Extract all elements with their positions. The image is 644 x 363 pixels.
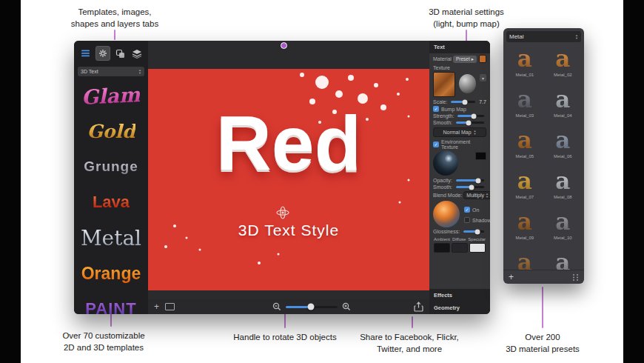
ambient-swatch[interactable] (434, 243, 450, 253)
material-preset-button[interactable]: Preset ▸ (453, 56, 477, 63)
glossiness-slider[interactable] (463, 230, 484, 233)
template-item-metal[interactable]: Metal (81, 220, 141, 256)
material-color-swatch[interactable] (479, 55, 486, 63)
blend-mode-row: Blend Mode: Multiply ▲▼ (429, 190, 490, 199)
opacity-slider[interactable] (456, 179, 484, 182)
zoom-in-icon[interactable] (342, 302, 351, 311)
gear-icon[interactable] (95, 46, 110, 61)
normal-map-dropdown[interactable]: Normal Map ▲▼ (433, 127, 486, 137)
normal-map-value: Normal Map (443, 130, 471, 135)
texture-label: Texture (429, 63, 490, 71)
environment-preview-row (429, 150, 490, 176)
template-item-lava[interactable]: Lava (93, 184, 130, 220)
template-item-glam[interactable]: Glam (81, 78, 140, 113)
preset-thumbnail: a (555, 247, 570, 270)
sidebar-toolbar (74, 41, 148, 64)
callout-line-presets-count (542, 287, 543, 328)
template-label: Glam (81, 82, 141, 108)
preset-item[interactable]: aMetal_05 (506, 125, 544, 166)
preset-item[interactable]: aMetal_03 (506, 84, 544, 125)
bump-map-checkbox[interactable]: ✓ (433, 106, 439, 112)
dropdown-stepper-icon: ▲▼ (486, 193, 489, 198)
material-sphere-preview (459, 74, 476, 93)
preset-button-label: Preset (456, 56, 470, 61)
light-component-swatches (429, 242, 490, 254)
preset-thumbnail: a (555, 207, 570, 236)
texture-options-dropdown[interactable]: ▾ (480, 74, 486, 81)
preset-item[interactable]: aMetal_07 (506, 166, 544, 207)
texture-preview-row: ▾ (429, 71, 490, 98)
glossiness-row: Glossiness: (429, 227, 490, 234)
canvas-statusbar: + (148, 299, 429, 314)
preset-arrow-icon: ▸ (472, 56, 474, 62)
blend-mode-dropdown[interactable]: Multiply ▲▼ (463, 191, 490, 199)
environment-texture-checkbox[interactable]: ✓ (433, 141, 439, 147)
headline-3d-text[interactable]: Red (148, 104, 429, 182)
preset-item[interactable]: aMetal_08 (544, 166, 583, 207)
blend-mode-label: Blend Mode: (433, 193, 462, 198)
callout-line-share (412, 316, 413, 328)
text-section-header[interactable]: Text (429, 41, 490, 53)
smooth-label: Smooth: (433, 120, 452, 125)
presets-grid: aMetal_01 aMetal_02 aMetal_03 aMetal_04 … (503, 44, 584, 270)
template-label: Gold (87, 121, 135, 142)
environment-sphere-preview[interactable] (433, 150, 458, 176)
preset-item[interactable]: aMetal_01 (506, 44, 544, 84)
preset-item[interactable]: a (544, 247, 583, 270)
zoom-slider[interactable] (286, 306, 338, 308)
add-preset-button[interactable]: + (509, 273, 514, 282)
preset-thumbnail: a (555, 125, 570, 155)
template-label: Orange (81, 264, 141, 284)
add-object-button[interactable]: + (154, 302, 159, 311)
template-item-gold[interactable]: Gold (87, 113, 135, 149)
share-icon[interactable] (414, 302, 423, 312)
preset-thumbnail: a (555, 44, 570, 73)
specular-swatch[interactable] (469, 243, 486, 253)
preset-item[interactable]: aMetal_09 (506, 207, 544, 247)
annotation-templates-tabs: Templates, images, shapes and layers tab… (44, 6, 185, 30)
preset-item[interactable]: a (506, 247, 544, 270)
light-on-label: On (472, 207, 479, 213)
zoom-out-icon[interactable] (272, 302, 281, 311)
smooth2-slider[interactable] (456, 186, 484, 188)
template-item-paint[interactable]: PAINT (85, 291, 136, 314)
effects-section-header[interactable]: Effects (429, 289, 490, 302)
preset-item[interactable]: aMetal_06 (544, 125, 583, 166)
scale-label: Scale: (433, 99, 447, 104)
preset-item[interactable]: aMetal_04 (544, 84, 583, 125)
lighting-ball-preview[interactable] (433, 201, 460, 227)
environment-color-swatch[interactable] (475, 152, 486, 160)
artboard[interactable]: Red 3D Text Style (148, 69, 429, 290)
rotate-3d-handle-icon[interactable] (275, 205, 290, 220)
template-item-orange[interactable]: Orange (81, 256, 141, 291)
templates-list-icon[interactable] (78, 47, 92, 60)
scale-slider[interactable] (451, 101, 475, 103)
preset-label: Metal_04 (554, 113, 572, 118)
diffuse-swatch[interactable] (452, 243, 468, 253)
template-item-grunge[interactable]: Grunge (84, 149, 138, 184)
drag-handle-icon[interactable] (572, 273, 579, 282)
shadow-checkbox[interactable] (464, 217, 470, 223)
preset-thumbnail: a (517, 207, 532, 236)
preset-label: Metal_08 (554, 195, 572, 199)
light-on-checkbox[interactable]: ✓ (464, 207, 470, 213)
shapes-icon[interactable] (113, 47, 127, 60)
geometry-section-header[interactable]: Geometry (429, 302, 490, 314)
presets-category-dropdown[interactable]: Metal ▲▼ (506, 31, 581, 42)
layers-icon[interactable] (130, 47, 144, 60)
app-window: 3D Text ▲▼ Glam Gold Grunge Lava Metal O… (74, 41, 490, 314)
canvas-size-icon[interactable] (165, 303, 175, 310)
template-category-dropdown[interactable]: 3D Text ▲▼ (78, 67, 144, 76)
light-position-handle[interactable] (281, 42, 287, 49)
preset-item[interactable]: aMetal_10 (544, 207, 583, 247)
preset-thumbnail: a (517, 44, 532, 73)
preset-thumbnail: a (517, 125, 532, 155)
texture-thumbnail[interactable] (433, 72, 455, 97)
strength-slider[interactable] (457, 115, 484, 117)
smooth-slider[interactable] (456, 121, 484, 124)
canvas-area: Red 3D Text Style + (148, 41, 429, 314)
preset-label: Metal_06 (554, 154, 572, 159)
shadow-label: Shadow (472, 218, 490, 223)
subtitle-text[interactable]: 3D Text Style (148, 222, 429, 239)
preset-item[interactable]: aMetal_02 (544, 44, 583, 84)
